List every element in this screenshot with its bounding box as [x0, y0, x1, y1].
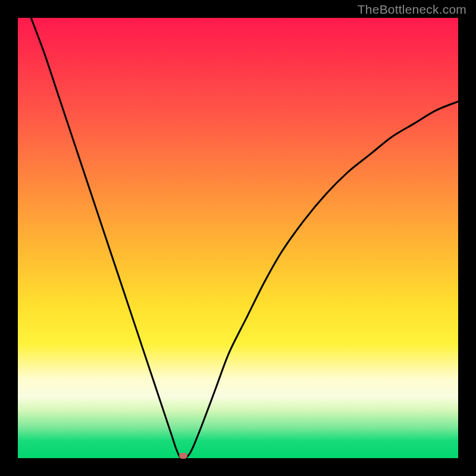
- bottleneck-curve: [18, 18, 458, 458]
- watermark-text: TheBottleneck.com: [358, 2, 466, 17]
- optimum-marker: [179, 453, 187, 459]
- chart-frame: TheBottleneck.com: [0, 0, 476, 476]
- chart-plot-area: [18, 18, 458, 458]
